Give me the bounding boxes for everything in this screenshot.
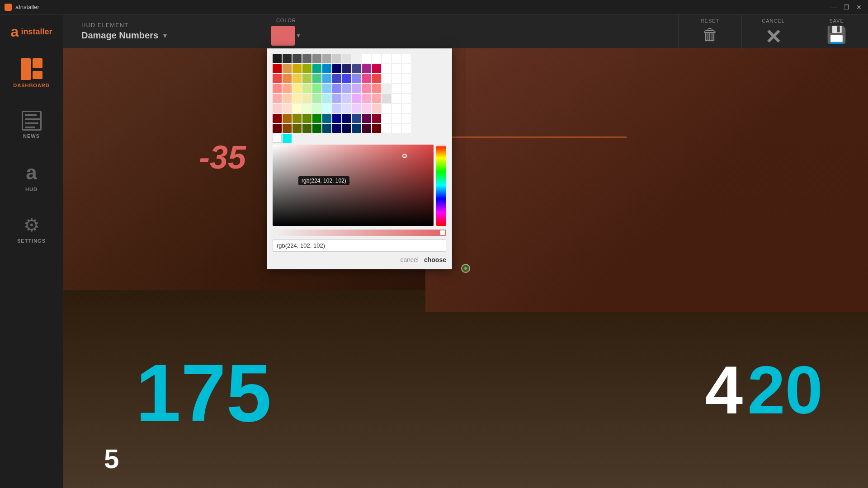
swatch-r8[interactable] <box>273 104 282 113</box>
maximize-button[interactable]: ❐ <box>842 3 851 12</box>
swatch-dr4[interactable] <box>372 124 381 133</box>
swatch-w12[interactable] <box>392 84 401 93</box>
swatch-r7[interactable] <box>372 94 381 103</box>
swatch-w20[interactable] <box>392 114 401 123</box>
swatch-p3[interactable] <box>352 84 361 93</box>
close-button[interactable]: ✕ <box>854 3 863 12</box>
swatch-dly1[interactable] <box>302 114 311 123</box>
swatch-w6[interactable] <box>382 64 391 73</box>
sidebar-item-dashboard[interactable]: DASHBOARD <box>0 54 63 93</box>
swatch-c1[interactable] <box>322 64 331 73</box>
swatch-ly3[interactable] <box>302 84 311 93</box>
color-swatch[interactable] <box>271 26 295 46</box>
swatch-r5[interactable] <box>372 84 381 93</box>
swatch-g3[interactable] <box>312 84 321 93</box>
swatch-dark2[interactable] <box>292 54 302 63</box>
swatch-b9[interactable] <box>332 104 341 113</box>
swatch-w16[interactable] <box>382 104 391 113</box>
swatch-w13[interactable] <box>402 84 411 93</box>
swatch-w22[interactable] <box>382 124 391 133</box>
minimize-button[interactable]: — <box>829 3 838 12</box>
swatch-w9[interactable] <box>382 74 391 83</box>
swatch-w18[interactable] <box>402 104 411 113</box>
swatch-g5[interactable] <box>312 104 321 113</box>
swatch-w17[interactable] <box>392 104 401 113</box>
swatch-dly2[interactable] <box>302 124 311 133</box>
opacity-handle[interactable] <box>440 230 445 235</box>
sidebar-item-hud[interactable]: a HUD <box>0 157 63 197</box>
swatch-w3[interactable] <box>382 54 391 63</box>
swatch-w14[interactable] <box>392 94 401 103</box>
swatch-dark1[interactable] <box>283 54 292 63</box>
swatch-g2[interactable] <box>312 74 321 83</box>
swatch-b3[interactable] <box>332 74 341 83</box>
swatch-r4[interactable] <box>273 84 282 93</box>
picker-choose-button[interactable]: choose <box>424 256 446 263</box>
swatch-dc2[interactable] <box>322 124 331 133</box>
swatch-b4[interactable] <box>342 74 351 83</box>
swatch-dr1[interactable] <box>273 114 282 123</box>
swatch-w19[interactable] <box>382 114 391 123</box>
swatch-r1[interactable] <box>273 64 282 73</box>
swatch-gray4[interactable] <box>332 54 341 63</box>
swatch-dg2[interactable] <box>312 124 321 133</box>
swatch-gray5[interactable] <box>342 54 351 63</box>
swatch-o1[interactable] <box>283 64 292 73</box>
swatch-dy2[interactable] <box>292 124 302 133</box>
swatch-o2[interactable] <box>283 74 292 83</box>
swatch-db4[interactable] <box>342 124 351 133</box>
swatch-ly1[interactable] <box>302 64 311 73</box>
swatch-dy1[interactable] <box>292 114 302 123</box>
cancel-button[interactable]: CANCEL ✕ <box>741 14 805 52</box>
gradient-handle[interactable] <box>402 154 407 158</box>
swatch-y5[interactable] <box>292 104 302 113</box>
swatch-p2[interactable] <box>352 74 361 83</box>
swatch-w2[interactable] <box>372 54 381 63</box>
swatch-w5[interactable] <box>402 54 411 63</box>
swatch-dr2[interactable] <box>372 114 381 123</box>
swatch-m2[interactable] <box>362 74 371 83</box>
swatch-dp2[interactable] <box>352 124 361 133</box>
swatch-db2[interactable] <box>342 114 351 123</box>
swatch-w4[interactable] <box>392 54 401 63</box>
reset-button[interactable]: RESET 🗑 <box>678 14 741 48</box>
swatch-o4[interactable] <box>283 94 292 103</box>
swatch-o3[interactable] <box>283 84 292 93</box>
swatch-b6[interactable] <box>342 84 351 93</box>
swatch-w23[interactable] <box>392 124 401 133</box>
swatch-m5[interactable] <box>362 104 371 113</box>
swatch-w24[interactable] <box>402 124 411 133</box>
swatch-y2[interactable] <box>292 74 302 83</box>
swatch-gray3[interactable] <box>322 54 331 63</box>
swatch-r3[interactable] <box>372 74 381 83</box>
swatch-dr3[interactable] <box>273 124 282 133</box>
rgb-input[interactable] <box>273 239 446 252</box>
swatch-o5[interactable] <box>283 104 292 113</box>
swatch-m4[interactable] <box>362 94 371 103</box>
swatch-do1[interactable] <box>283 114 292 123</box>
swatch-teal[interactable] <box>283 134 292 143</box>
swatch-dm2[interactable] <box>362 124 371 133</box>
swatch-y3[interactable] <box>292 84 302 93</box>
hue-slider[interactable] <box>436 145 446 226</box>
swatch-b10[interactable] <box>342 104 351 113</box>
swatch-gray2[interactable] <box>312 54 321 63</box>
opacity-slider[interactable] <box>273 230 446 236</box>
swatch-w21[interactable] <box>402 114 411 123</box>
swatch-do2[interactable] <box>283 124 292 133</box>
swatch-r6[interactable] <box>273 94 282 103</box>
swatch-r2[interactable] <box>273 74 282 83</box>
swatch-pk1[interactable] <box>372 64 381 73</box>
swatch-m1[interactable] <box>362 64 371 73</box>
swatch-b7[interactable] <box>332 94 341 103</box>
swatch-y1[interactable] <box>292 64 302 73</box>
swatch-y4[interactable] <box>292 94 302 103</box>
swatch-transparent[interactable] <box>273 134 282 143</box>
sidebar-item-settings[interactable]: ⚙ SETTINGS <box>0 210 63 248</box>
hud-element-dropdown[interactable]: Damage Numbers ▼ <box>81 30 168 41</box>
swatch-gray8[interactable] <box>382 94 391 103</box>
color-gradient-box[interactable] <box>273 145 434 226</box>
swatch-black[interactable] <box>273 54 282 63</box>
swatch-ly5[interactable] <box>302 104 311 113</box>
swatch-dp1[interactable] <box>352 114 361 123</box>
